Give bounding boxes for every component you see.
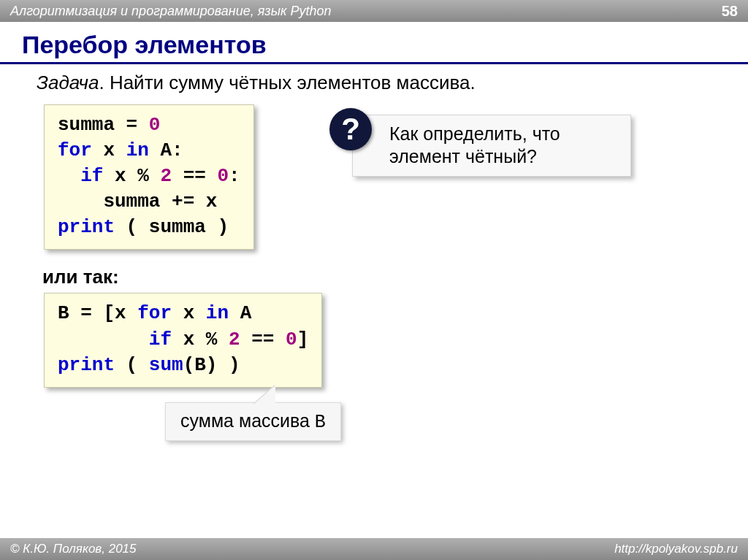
code-token: if xyxy=(58,165,103,187)
code-token: for xyxy=(137,302,172,324)
code-token: ( xyxy=(115,354,149,376)
question-callout: ? Как определить, что элемент чётный? xyxy=(352,115,631,177)
code-token: summa xyxy=(58,114,115,136)
code-token: print xyxy=(58,354,115,376)
footer-url: http://kpolyakov.spb.ru xyxy=(614,542,738,556)
course-title: Алгоритмизация и программирование, язык … xyxy=(10,4,331,19)
code-token: in xyxy=(206,302,229,324)
code-token: sum xyxy=(149,354,183,376)
code-block-1: summa = 0 for x in A: if x % 2 == 0: sum… xyxy=(44,104,254,250)
code-token: ( summa ) xyxy=(115,216,229,238)
code-token: print xyxy=(58,216,115,238)
slide-title: Перебор элементов xyxy=(0,22,748,64)
code-token: x % xyxy=(103,165,160,187)
sum-callout: сумма массива B xyxy=(165,402,341,441)
code-token: : xyxy=(229,165,240,187)
code-token: 0 xyxy=(149,114,161,136)
code-token: ] xyxy=(297,329,309,350)
content-area: Задача. Найти сумму чётных элементов мас… xyxy=(0,72,748,388)
code-token: B = [x xyxy=(58,302,137,324)
header-bar: Алгоритмизация и программирование, язык … xyxy=(0,0,748,22)
footer-bar: © К.Ю. Поляков, 2015 http://kpolyakov.sp… xyxy=(0,538,748,560)
code-token: x xyxy=(172,302,206,324)
alternative-label: или так: xyxy=(42,266,726,288)
task-text: . Найти сумму чётных элементов массива. xyxy=(99,72,475,93)
task-line: Задача. Найти сумму чётных элементов мас… xyxy=(37,72,726,94)
code-token: 0 xyxy=(217,165,229,187)
code-token: A: xyxy=(149,139,183,161)
code-token: x xyxy=(92,139,126,161)
code-token: summa += x xyxy=(58,191,217,212)
code-token: = xyxy=(115,114,149,136)
code-token: (B) ) xyxy=(183,354,240,376)
code-token: 2 xyxy=(160,165,172,187)
code-token: in xyxy=(126,139,149,161)
callout-mono: B xyxy=(315,412,326,433)
code-token: for xyxy=(58,139,92,161)
code-token: if xyxy=(58,329,172,350)
code-token: 2 xyxy=(229,329,240,350)
page-number: 58 xyxy=(722,3,738,20)
code-token: 0 xyxy=(286,329,297,350)
task-label: Задача xyxy=(37,72,99,93)
copyright: © К.Ю. Поляков, 2015 xyxy=(10,542,137,556)
code-token: == xyxy=(240,329,286,350)
question-mark-icon: ? xyxy=(329,108,372,150)
code-token: == xyxy=(172,165,217,187)
code-token: A xyxy=(229,302,251,324)
code-block-2: B = [x for x in A if x % 2 == 0] print (… xyxy=(44,293,322,387)
callout-text: сумма массива xyxy=(180,410,315,431)
question-text: Как определить, что элемент чётный? xyxy=(389,123,560,166)
code-token: x % xyxy=(172,329,229,350)
